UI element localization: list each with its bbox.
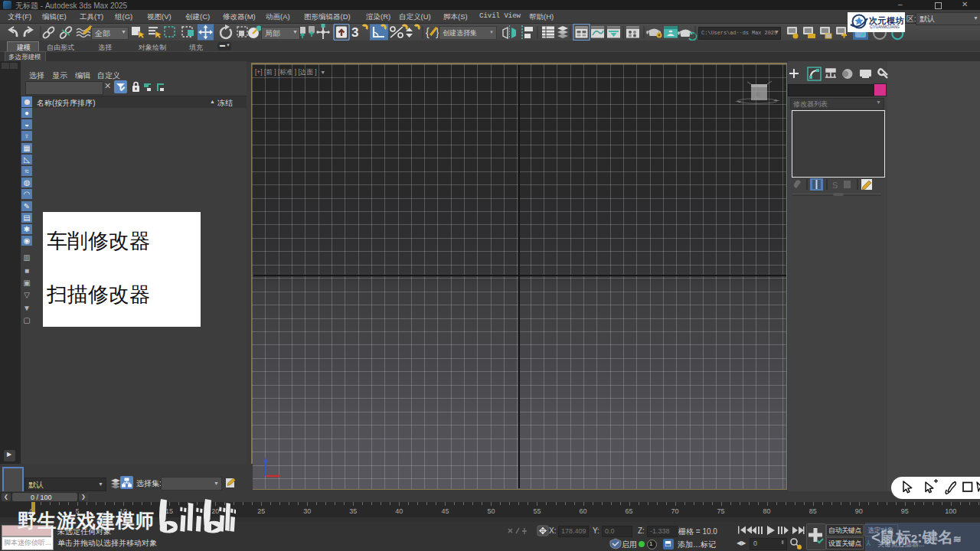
- svg-text:3: 3: [351, 25, 358, 40]
- svg-text:S: S: [832, 181, 838, 190]
- svg-text:前: 前: [755, 92, 760, 96]
- svg-text:{: {: [426, 26, 430, 38]
